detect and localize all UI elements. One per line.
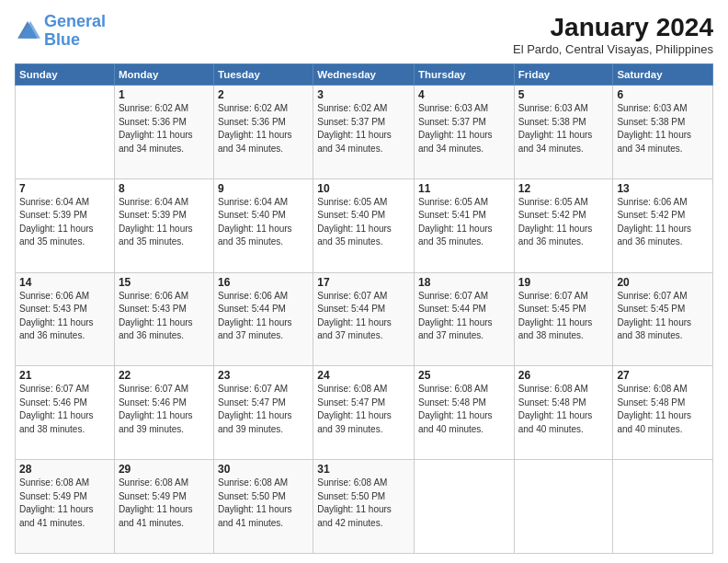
day-number: 2 xyxy=(218,88,309,101)
calendar-header-tuesday: Tuesday xyxy=(213,64,313,86)
day-number: 25 xyxy=(418,369,510,382)
calendar-cell: 31Sunrise: 6:08 AMSunset: 5:50 PMDayligh… xyxy=(313,460,415,554)
day-info: Sunrise: 6:08 AMSunset: 5:48 PMDaylight:… xyxy=(518,383,609,436)
calendar-cell: 28Sunrise: 6:08 AMSunset: 5:49 PMDayligh… xyxy=(16,460,115,554)
day-number: 17 xyxy=(317,276,410,289)
day-number: 11 xyxy=(418,182,510,195)
calendar-cell: 3Sunrise: 6:02 AMSunset: 5:37 PMDaylight… xyxy=(313,86,415,179)
day-info: Sunrise: 6:07 AMSunset: 5:46 PMDaylight:… xyxy=(19,383,110,436)
day-number: 19 xyxy=(518,276,609,289)
month-year: January 2024 xyxy=(513,13,713,42)
day-number: 30 xyxy=(218,463,309,476)
day-number: 15 xyxy=(119,276,210,289)
calendar-cell: 16Sunrise: 6:06 AMSunset: 5:44 PMDayligh… xyxy=(213,272,313,366)
calendar-cell: 26Sunrise: 6:08 AMSunset: 5:48 PMDayligh… xyxy=(514,366,613,460)
calendar-header-thursday: Thursday xyxy=(414,64,514,86)
calendar-header-row: SundayMondayTuesdayWednesdayThursdayFrid… xyxy=(16,64,713,86)
calendar-cell xyxy=(16,86,115,179)
calendar-header-sunday: Sunday xyxy=(16,64,115,86)
day-info: Sunrise: 6:07 AMSunset: 5:44 PMDaylight:… xyxy=(418,290,510,343)
calendar-cell: 25Sunrise: 6:08 AMSunset: 5:48 PMDayligh… xyxy=(414,366,514,460)
day-number: 24 xyxy=(317,369,410,382)
calendar-week-row: 7Sunrise: 6:04 AMSunset: 5:39 PMDaylight… xyxy=(16,178,713,272)
calendar-week-row: 14Sunrise: 6:06 AMSunset: 5:43 PMDayligh… xyxy=(16,272,713,366)
day-info: Sunrise: 6:08 AMSunset: 5:47 PMDaylight:… xyxy=(317,383,410,436)
day-info: Sunrise: 6:08 AMSunset: 5:50 PMDaylight:… xyxy=(218,477,309,530)
calendar-cell: 12Sunrise: 6:05 AMSunset: 5:42 PMDayligh… xyxy=(514,178,613,272)
calendar-cell: 6Sunrise: 6:03 AMSunset: 5:38 PMDaylight… xyxy=(613,86,713,179)
calendar-week-row: 21Sunrise: 6:07 AMSunset: 5:46 PMDayligh… xyxy=(16,366,713,460)
day-number: 22 xyxy=(119,369,210,382)
calendar-cell: 2Sunrise: 6:02 AMSunset: 5:36 PMDaylight… xyxy=(213,86,313,179)
location: El Pardo, Central Visayas, Philippines xyxy=(513,42,713,56)
logo: General Blue xyxy=(15,13,106,50)
calendar-cell: 14Sunrise: 6:06 AMSunset: 5:43 PMDayligh… xyxy=(16,272,115,366)
day-number: 6 xyxy=(617,88,709,101)
calendar-cell xyxy=(414,460,514,554)
day-number: 29 xyxy=(119,463,210,476)
calendar-cell: 30Sunrise: 6:08 AMSunset: 5:50 PMDayligh… xyxy=(213,460,313,554)
day-info: Sunrise: 6:07 AMSunset: 5:47 PMDaylight:… xyxy=(218,383,309,436)
calendar-cell: 23Sunrise: 6:07 AMSunset: 5:47 PMDayligh… xyxy=(213,366,313,460)
page: General Blue January 2024 El Pardo, Cent… xyxy=(0,0,728,563)
calendar-header-monday: Monday xyxy=(114,64,213,86)
day-info: Sunrise: 6:06 AMSunset: 5:44 PMDaylight:… xyxy=(218,290,309,343)
calendar-cell: 11Sunrise: 6:05 AMSunset: 5:41 PMDayligh… xyxy=(414,178,514,272)
day-info: Sunrise: 6:05 AMSunset: 5:40 PMDaylight:… xyxy=(317,196,410,249)
day-info: Sunrise: 6:08 AMSunset: 5:49 PMDaylight:… xyxy=(119,477,210,530)
day-info: Sunrise: 6:05 AMSunset: 5:41 PMDaylight:… xyxy=(418,196,510,249)
calendar-cell: 15Sunrise: 6:06 AMSunset: 5:43 PMDayligh… xyxy=(114,272,213,366)
day-number: 12 xyxy=(518,182,609,195)
calendar-cell: 19Sunrise: 6:07 AMSunset: 5:45 PMDayligh… xyxy=(514,272,613,366)
calendar-cell: 21Sunrise: 6:07 AMSunset: 5:46 PMDayligh… xyxy=(16,366,115,460)
calendar-week-row: 28Sunrise: 6:08 AMSunset: 5:49 PMDayligh… xyxy=(16,460,713,554)
day-info: Sunrise: 6:06 AMSunset: 5:43 PMDaylight:… xyxy=(19,290,110,343)
day-info: Sunrise: 6:08 AMSunset: 5:50 PMDaylight:… xyxy=(317,477,410,530)
day-number: 28 xyxy=(19,463,110,476)
calendar-cell: 18Sunrise: 6:07 AMSunset: 5:44 PMDayligh… xyxy=(414,272,514,366)
calendar-cell: 24Sunrise: 6:08 AMSunset: 5:47 PMDayligh… xyxy=(313,366,415,460)
header: General Blue January 2024 El Pardo, Cent… xyxy=(15,13,713,56)
calendar-cell: 27Sunrise: 6:08 AMSunset: 5:48 PMDayligh… xyxy=(613,366,713,460)
calendar-cell: 1Sunrise: 6:02 AMSunset: 5:36 PMDaylight… xyxy=(114,86,213,179)
day-info: Sunrise: 6:03 AMSunset: 5:38 PMDaylight:… xyxy=(617,102,709,155)
day-info: Sunrise: 6:06 AMSunset: 5:42 PMDaylight:… xyxy=(617,196,709,249)
calendar-cell xyxy=(514,460,613,554)
day-info: Sunrise: 6:03 AMSunset: 5:37 PMDaylight:… xyxy=(418,102,510,155)
calendar-cell: 20Sunrise: 6:07 AMSunset: 5:45 PMDayligh… xyxy=(613,272,713,366)
day-info: Sunrise: 6:05 AMSunset: 5:42 PMDaylight:… xyxy=(518,196,609,249)
logo-line1: General xyxy=(44,12,106,30)
day-info: Sunrise: 6:08 AMSunset: 5:48 PMDaylight:… xyxy=(418,383,510,436)
calendar-header-wednesday: Wednesday xyxy=(313,64,415,86)
day-number: 7 xyxy=(19,182,110,195)
day-number: 1 xyxy=(119,88,210,101)
day-number: 4 xyxy=(418,88,510,101)
calendar-cell: 22Sunrise: 6:07 AMSunset: 5:46 PMDayligh… xyxy=(114,366,213,460)
day-number: 9 xyxy=(218,182,309,195)
day-number: 27 xyxy=(617,369,709,382)
day-number: 14 xyxy=(19,276,110,289)
day-number: 18 xyxy=(418,276,510,289)
day-info: Sunrise: 6:08 AMSunset: 5:48 PMDaylight:… xyxy=(617,383,709,436)
logo-icon xyxy=(15,18,40,44)
day-info: Sunrise: 6:08 AMSunset: 5:49 PMDaylight:… xyxy=(19,477,110,530)
day-info: Sunrise: 6:04 AMSunset: 5:39 PMDaylight:… xyxy=(119,196,210,249)
day-info: Sunrise: 6:02 AMSunset: 5:36 PMDaylight:… xyxy=(218,102,309,155)
day-info: Sunrise: 6:07 AMSunset: 5:44 PMDaylight:… xyxy=(317,290,410,343)
calendar-week-row: 1Sunrise: 6:02 AMSunset: 5:36 PMDaylight… xyxy=(16,86,713,179)
day-info: Sunrise: 6:04 AMSunset: 5:39 PMDaylight:… xyxy=(19,196,110,249)
calendar-cell: 17Sunrise: 6:07 AMSunset: 5:44 PMDayligh… xyxy=(313,272,415,366)
calendar-cell xyxy=(613,460,713,554)
day-info: Sunrise: 6:02 AMSunset: 5:36 PMDaylight:… xyxy=(119,102,210,155)
day-info: Sunrise: 6:06 AMSunset: 5:43 PMDaylight:… xyxy=(119,290,210,343)
day-info: Sunrise: 6:07 AMSunset: 5:46 PMDaylight:… xyxy=(119,383,210,436)
calendar-cell: 29Sunrise: 6:08 AMSunset: 5:49 PMDayligh… xyxy=(114,460,213,554)
day-number: 16 xyxy=(218,276,309,289)
day-info: Sunrise: 6:07 AMSunset: 5:45 PMDaylight:… xyxy=(518,290,609,343)
day-number: 31 xyxy=(317,463,410,476)
day-number: 13 xyxy=(617,182,709,195)
calendar-cell: 8Sunrise: 6:04 AMSunset: 5:39 PMDaylight… xyxy=(114,178,213,272)
calendar-cell: 5Sunrise: 6:03 AMSunset: 5:38 PMDaylight… xyxy=(514,86,613,179)
day-number: 26 xyxy=(518,369,609,382)
calendar-header-saturday: Saturday xyxy=(613,64,713,86)
